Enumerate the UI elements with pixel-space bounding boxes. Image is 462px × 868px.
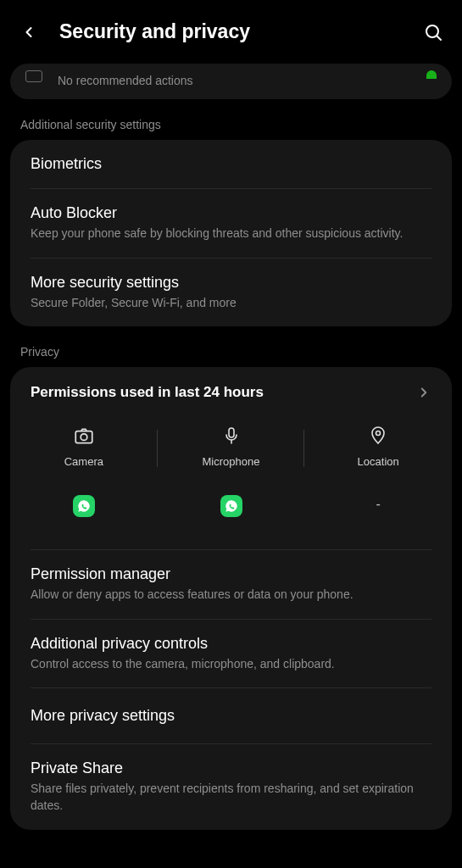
private-share-desc: Share files privately, prevent recipient… — [31, 781, 431, 814]
app-header: Security and privacy — [0, 0, 462, 64]
recommended-actions-text: No recommended actions — [58, 74, 437, 87]
more-security-item[interactable]: More security settings Secure Folder, Se… — [10, 259, 452, 327]
section-header-security: Additional security settings — [0, 99, 462, 140]
privacy-card: Permissions used in last 24 hours Camera… — [10, 367, 452, 829]
microphone-icon — [220, 425, 242, 447]
back-icon — [20, 24, 37, 41]
private-share-title: Private Share — [31, 760, 431, 777]
page-title: Security and privacy — [59, 20, 403, 43]
private-share-item[interactable]: Private Share Share files privately, pre… — [10, 744, 452, 829]
svg-point-6 — [376, 431, 381, 436]
permission-col-camera[interactable]: Camera — [10, 425, 158, 517]
more-privacy-item[interactable]: More privacy settings — [10, 688, 452, 743]
auto-blocker-item[interactable]: Auto Blocker Keep your phone safe by blo… — [10, 189, 452, 258]
biometrics-title: Biometrics — [31, 155, 431, 173]
section-header-privacy: Privacy — [0, 326, 462, 367]
permission-label-microphone: Microphone — [203, 455, 260, 468]
security-settings-card: Biometrics Auto Blocker Keep your phone … — [10, 140, 452, 326]
svg-line-1 — [437, 36, 441, 40]
permission-manager-item[interactable]: Permission manager Allow or deny apps to… — [10, 550, 452, 619]
auto-blocker-title: Auto Blocker — [31, 204, 431, 222]
permissions-grid: Camera Microphone Location - — [10, 413, 452, 537]
biometrics-item[interactable]: Biometrics — [10, 140, 452, 188]
permissions-title: Permissions used in last 24 hours — [31, 384, 264, 401]
permission-label-camera: Camera — [64, 455, 103, 468]
permission-apps-camera — [73, 495, 95, 517]
additional-privacy-title: Additional privacy controls — [31, 635, 431, 653]
svg-rect-2 — [75, 431, 92, 443]
permission-manager-desc: Allow or deny apps to access features or… — [31, 587, 431, 604]
permission-col-location[interactable]: Location - — [304, 425, 452, 517]
camera-icon — [73, 425, 95, 447]
permission-apps-none: - — [376, 497, 381, 512]
permission-col-microphone[interactable]: Microphone — [158, 425, 305, 517]
whatsapp-icon — [220, 495, 242, 517]
auto-blocker-desc: Keep your phone safe by blocking threats… — [31, 225, 431, 242]
whatsapp-icon — [73, 495, 95, 517]
status-dot — [426, 70, 437, 79]
permissions-header-row[interactable]: Permissions used in last 24 hours — [10, 367, 452, 413]
more-security-desc: Secure Folder, Secure Wi-Fi, and more — [31, 295, 431, 312]
permission-apps-microphone — [220, 495, 242, 517]
more-privacy-title: More privacy settings — [31, 707, 431, 725]
location-icon — [367, 425, 389, 447]
shield-icon — [25, 70, 42, 82]
search-icon — [423, 22, 443, 42]
additional-privacy-item[interactable]: Additional privacy controls Control acce… — [10, 620, 452, 688]
back-button[interactable] — [19, 22, 39, 42]
svg-rect-4 — [229, 428, 234, 437]
permission-label-location: Location — [358, 455, 399, 468]
permission-manager-title: Permission manager — [31, 565, 431, 583]
more-security-title: More security settings — [31, 274, 431, 292]
svg-point-3 — [81, 434, 87, 441]
chevron-right-icon — [416, 385, 431, 400]
search-button[interactable] — [423, 22, 443, 42]
additional-privacy-desc: Control access to the camera, microphone… — [31, 656, 431, 673]
recommended-actions-card[interactable]: No recommended actions — [10, 64, 452, 99]
